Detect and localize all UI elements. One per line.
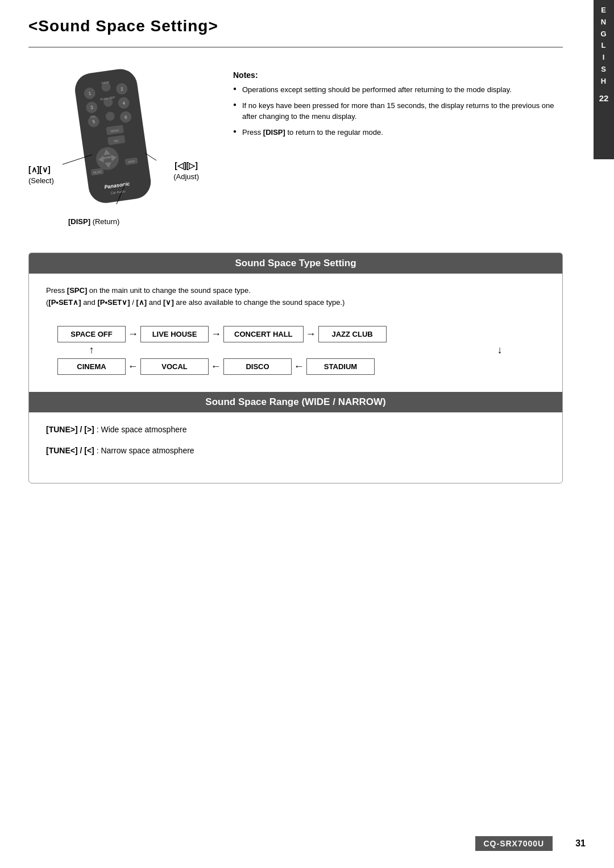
desc-line2: ([P•SET∧] and [P•SET∨] / [∧] and [∨] are… <box>46 297 545 309</box>
disp-label: [DISP] (Return) <box>68 217 119 226</box>
flow-stadium: STADIUM <box>306 358 375 375</box>
title-suffix: > <box>208 17 218 35</box>
page-number: 31 <box>575 838 586 849</box>
adjust-label: [◁][▷] (Adjust) <box>173 160 199 182</box>
range-header: Sound Space Range (WIDE / NARROW) <box>29 392 562 412</box>
notes-list: Operations except setting should be perf… <box>233 84 563 138</box>
flow-concert-hall: CONCERT HALL <box>223 326 304 342</box>
title-divider <box>28 47 563 48</box>
flow-diagram: SPACE OFF → LIVE HOUSE → CONCERT HALL → … <box>29 320 562 386</box>
select-label: [∧][∨] (Select) <box>28 164 54 186</box>
arrow-right-1: → <box>126 328 140 340</box>
flow-bottom-row: CINEMA → VOCAL → DISCO → STADIUM <box>57 358 534 375</box>
title-text: Sound Space Setting <box>38 17 208 35</box>
page-title: <Sound Space Setting> <box>28 17 563 35</box>
sidebar-language: E N G L I S H <box>600 5 607 88</box>
flow-jazz-club: JAZZ CLUB <box>318 326 387 342</box>
vertical-arrows: ↑ ↓ <box>57 342 534 358</box>
flow-vocal: VOCAL <box>140 358 209 375</box>
note-item-3: Press [DISP] to return to the regular mo… <box>233 127 563 138</box>
flow-live-house: LIVE HOUSE <box>140 326 209 342</box>
note-item-2: If no keys have been pressed for more th… <box>233 100 563 122</box>
remote-svg: 1 2 3 4 5 6 RAND SCAN REP VOL MENU <box>51 65 176 218</box>
remote-area: 1 2 3 4 5 6 RAND SCAN REP VOL MENU <box>28 65 210 235</box>
range-item-wide: [TUNE>] / [>] : Wide space atmosphere <box>46 424 545 436</box>
note-item-1: Operations except setting should be perf… <box>233 84 563 96</box>
notes-title: Notes: <box>233 71 563 80</box>
arrow-right-3: → <box>304 328 318 340</box>
range-item-narrow: [TUNE<] / [<] : Narrow space atmosphere <box>46 445 545 457</box>
flow-disco: DISCO <box>223 358 292 375</box>
top-section: 1 2 3 4 5 6 RAND SCAN REP VOL MENU <box>28 65 563 235</box>
range-key-wide: [TUNE>] / [>] <box>46 425 94 434</box>
main-content: <Sound Space Setting> <box>0 0 614 518</box>
type-setting-header: Sound Space Type Setting <box>29 253 562 274</box>
notes-section: Notes: Operations except setting should … <box>233 65 563 142</box>
box-section: Sound Space Type Setting Press [SPC] on … <box>28 253 563 483</box>
footer: CQ-SRX7000U 31 <box>28 836 586 851</box>
flow-cinema: CINEMA <box>57 358 126 375</box>
up-arrow-left: ↑ <box>57 344 126 356</box>
arrow-left-2: → <box>209 361 223 373</box>
sidebar-page-number: 22 <box>599 93 609 103</box>
type-setting-desc: Press [SPC] on the main unit to change t… <box>29 285 562 309</box>
desc-line1: Press [SPC] on the main unit to change t… <box>46 285 545 297</box>
range-content: [TUNE>] / [>] : Wide space atmosphere [T… <box>29 424 562 457</box>
range-section: Sound Space Range (WIDE / NARROW) [TUNE>… <box>29 392 562 457</box>
flow-top-row: SPACE OFF → LIVE HOUSE → CONCERT HALL → … <box>57 326 534 342</box>
arrow-left-3: → <box>292 361 306 373</box>
range-desc-wide: : Wide space atmosphere <box>97 425 187 434</box>
range-key-narrow: [TUNE<] / [<] <box>46 446 94 455</box>
right-sidebar: E N G L I S H 22 <box>594 0 614 159</box>
range-desc-narrow: : Narrow space atmosphere <box>97 446 194 455</box>
arrow-left-1: → <box>126 361 140 373</box>
down-arrow-right: ↓ <box>466 344 534 356</box>
model-badge: CQ-SRX7000U <box>475 836 553 851</box>
flow-space-off: SPACE OFF <box>57 326 126 342</box>
title-prefix: < <box>28 17 38 35</box>
arrow-right-2: → <box>209 328 223 340</box>
